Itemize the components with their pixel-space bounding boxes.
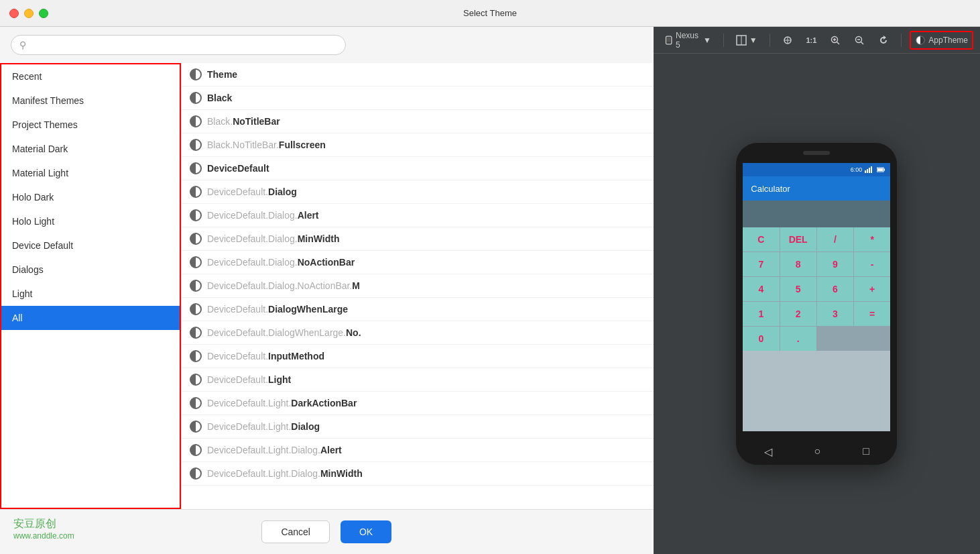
sidebar-item-manifest[interactable]: Manifest Themes <box>1 89 180 113</box>
theme-item-devicedefault-light-dialog-alert[interactable]: DeviceDefault.Light.Dialog.Alert <box>182 439 654 462</box>
theme-item-black-notitlebar[interactable]: Black.NoTitleBar <box>182 110 654 133</box>
theme-item-devicedefault-dialog[interactable]: DeviceDefault.Dialog <box>182 180 654 204</box>
theme-item-devicedefault-dialog-noactionbar[interactable]: DeviceDefault.Dialog.NoActionBar <box>182 251 654 274</box>
zoom-out-button[interactable] <box>850 32 869 48</box>
theme-name-devicedefault-dialog-noactionbar-m: DeviceDefault.Dialog.NoActionBar.M <box>207 280 360 291</box>
watermark: 安豆原创 www.anddle.com <box>13 517 74 541</box>
calc-btn-8[interactable]: 8 <box>780 252 816 276</box>
theme-item-devicedefault-light-dialog[interactable]: DeviceDefault.Light.Dialog <box>182 415 654 439</box>
svg-rect-18 <box>871 166 872 173</box>
theme-item-devicedefault-dialog-noactionbar-m[interactable]: DeviceDefault.Dialog.NoActionBar.M <box>182 274 654 298</box>
ide-toolbar: Nexus 5 ▼ ▼ <box>654 27 980 54</box>
sidebar-item-material-light[interactable]: Material Light <box>1 161 180 185</box>
layout-chevron-icon: ▼ <box>749 36 757 45</box>
theme-name-black-notitlebar-fullscreen: Black.NoTitleBar.Fullscreen <box>207 140 326 150</box>
calc-btn-2[interactable]: 2 <box>780 302 816 326</box>
zoom-in-button[interactable] <box>826 32 845 48</box>
calc-btn-eq[interactable]: = <box>854 302 890 326</box>
theme-name-devicedefault-dialogwhenlarge: DeviceDefault.DialogWhenLarge <box>207 304 348 315</box>
theme-item-devicedefault-dialogwhenlarge[interactable]: DeviceDefault.DialogWhenLarge <box>182 298 654 321</box>
theme-icon-black-notitlebar <box>190 115 202 127</box>
sidebar-item-light[interactable]: Light <box>1 282 180 306</box>
calc-btn-5[interactable]: 5 <box>780 277 816 301</box>
sidebar-item-holo-light[interactable]: Holo Light <box>1 209 180 233</box>
theme-icon-devicedefault-light-dialog <box>190 421 202 433</box>
zoom-fit-button[interactable] <box>778 32 797 48</box>
calc-btn-mul[interactable]: * <box>854 227 890 252</box>
ok-button[interactable]: OK <box>341 520 391 543</box>
phone-icon <box>664 35 673 46</box>
main-container: ⚲ Recent Manifest Themes Project Themes … <box>0 27 980 554</box>
svg-line-10 <box>837 42 840 44</box>
theme-item-theme[interactable]: Theme <box>182 63 654 87</box>
search-box: ⚲ <box>11 35 346 55</box>
sidebar-item-device-default[interactable]: Device Default <box>1 233 180 258</box>
theme-icon-black <box>190 92 202 104</box>
nav-home-icon[interactable]: ○ <box>814 445 821 457</box>
svg-line-13 <box>861 42 864 44</box>
svg-rect-20 <box>883 169 885 171</box>
dialog-panel: ⚲ Recent Manifest Themes Project Themes … <box>0 27 654 554</box>
theme-item-devicedefault-dialog-alert[interactable]: DeviceDefault.Dialog.Alert <box>182 204 654 227</box>
cancel-button[interactable]: Cancel <box>261 520 330 543</box>
sidebar-item-all[interactable]: All <box>1 306 180 330</box>
minimize-button[interactable] <box>24 9 34 18</box>
theme-icon-devicedefault-dialog-noactionbar <box>190 256 202 268</box>
theme-name-devicedefault-dialogwhenlarge-no: DeviceDefault.DialogWhenLarge.No. <box>207 327 361 338</box>
calc-btn-0[interactable]: 0 <box>743 327 779 351</box>
app-theme-button[interactable]: AppTheme <box>910 31 973 50</box>
theme-item-devicedefault-light[interactable]: DeviceDefault.Light <box>182 368 654 392</box>
theme-icon-devicedefault-dialogwhenlarge-no <box>190 327 202 339</box>
search-input[interactable] <box>32 40 337 50</box>
calc-btn-c[interactable]: C <box>743 227 779 252</box>
sidebar-item-dialogs[interactable]: Dialogs <box>1 258 180 282</box>
sidebar-item-project[interactable]: Project Themes <box>1 113 180 137</box>
phone-mockup: 6:00 <box>736 143 897 465</box>
theme-item-devicedefault-light-dialog-minwidth[interactable]: DeviceDefault.Light.Dialog.MinWidth <box>182 462 654 486</box>
theme-item-black-notitlebar-fullscreen[interactable]: Black.NoTitleBar.Fullscreen <box>182 133 654 157</box>
layout-selector[interactable]: ▼ <box>732 32 761 48</box>
device-selector[interactable]: Nexus 5 ▼ <box>660 28 715 52</box>
theme-item-black[interactable]: Black <box>182 87 654 110</box>
calc-btn-div[interactable]: / <box>817 227 853 252</box>
theme-item-devicedefault-light-darkactionbar[interactable]: DeviceDefault.Light.DarkActionBar <box>182 392 654 415</box>
svg-rect-15 <box>865 170 866 173</box>
theme-name-devicedefault-dialog-alert: DeviceDefault.Dialog.Alert <box>207 210 319 221</box>
theme-item-devicedefault-dialog-minwidth[interactable]: DeviceDefault.Dialog.MinWidth <box>182 227 654 251</box>
theme-icon-devicedefault <box>190 162 202 174</box>
theme-item-devicedefault[interactable]: DeviceDefault <box>182 157 654 180</box>
maximize-button[interactable] <box>39 9 48 18</box>
theme-item-devicedefault-inputmethod[interactable]: DeviceDefault.InputMethod <box>182 345 654 368</box>
calc-btn-del[interactable]: DEL <box>780 227 816 252</box>
calc-btn-4[interactable]: 4 <box>743 277 779 301</box>
close-button[interactable] <box>9 9 19 18</box>
toolbar-separator-2 <box>770 34 770 47</box>
theme-icon-devicedefault-light-dialog-alert <box>190 444 202 456</box>
calc-btn-1[interactable]: 1 <box>743 302 779 326</box>
scale-100-button[interactable]: 1:1 <box>802 34 821 47</box>
calc-btn-6[interactable]: 6 <box>817 277 853 301</box>
sidebar-item-recent[interactable]: Recent <box>1 64 180 89</box>
calc-btn-sub[interactable]: - <box>854 252 890 276</box>
theme-name-black-notitlebar: Black.NoTitleBar <box>207 116 280 127</box>
calc-btn-9[interactable]: 9 <box>817 252 853 276</box>
sidebar-item-holo-dark[interactable]: Holo Dark <box>1 185 180 209</box>
phone-screen: 6:00 <box>743 163 890 431</box>
calc-btn-7[interactable]: 7 <box>743 252 779 276</box>
theme-name-devicedefault-light-dialog-alert: DeviceDefault.Light.Dialog.Alert <box>207 445 342 455</box>
calc-btn-3[interactable]: 3 <box>817 302 853 326</box>
watermark-line1: 安豆原创 <box>13 517 74 531</box>
dialog-buttons: Cancel OK <box>0 509 654 554</box>
calc-btn-add[interactable]: + <box>854 277 890 301</box>
sidebar-item-material-dark[interactable]: Material Dark <box>1 137 180 161</box>
theme-item-devicedefault-dialogwhenlarge-no[interactable]: DeviceDefault.DialogWhenLarge.No. <box>182 321 654 345</box>
calc-btn-dot[interactable]: . <box>780 327 816 351</box>
theme-half-circle-icon <box>915 35 926 46</box>
nav-back-icon[interactable]: ◁ <box>764 445 772 458</box>
refresh-button[interactable] <box>874 32 893 48</box>
theme-name-devicedefault-light-darkactionbar: DeviceDefault.Light.DarkActionBar <box>207 398 357 408</box>
theme-icon-theme <box>190 68 202 80</box>
svg-rect-1 <box>667 37 670 42</box>
watermark-line2: www.anddle.com <box>13 531 74 541</box>
nav-recent-icon[interactable]: □ <box>863 445 869 457</box>
